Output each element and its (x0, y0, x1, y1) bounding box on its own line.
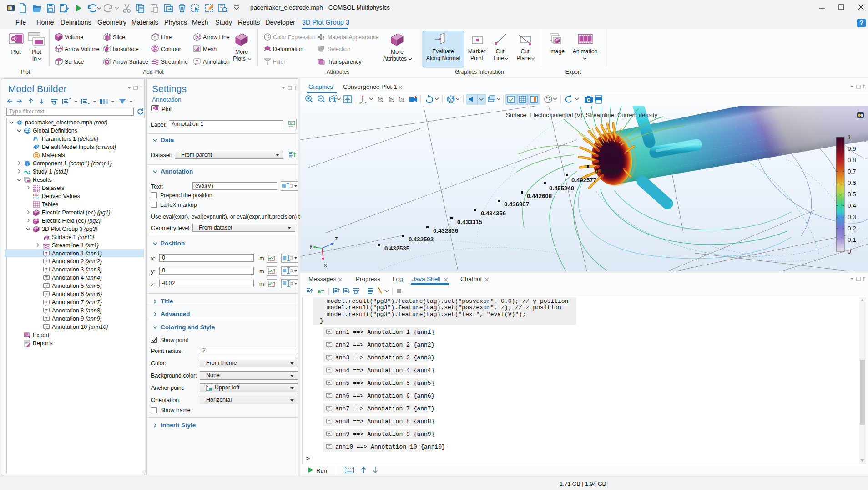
svg-text:Plot: Plot (11, 49, 21, 55)
svg-text:0.9: 0.9 (848, 145, 856, 152)
svg-text:Contour: Contour (161, 46, 181, 52)
svg-text:Point: Point (470, 55, 484, 61)
svg-text:Selection: Selection (328, 46, 351, 52)
svg-text:Plots: Plots (233, 56, 245, 62)
svg-text:Streamline: Streamline (161, 59, 188, 65)
svg-text:0.5: 0.5 (848, 191, 856, 198)
svg-text:0.442608: 0.442608 (527, 193, 552, 199)
svg-text:Deformation: Deformation (273, 46, 303, 52)
svg-text:x: x (324, 261, 327, 268)
svg-text:Material Appearance: Material Appearance (328, 34, 379, 41)
svg-text:Surface: Electric potential (V: Surface: Electric potential (V) Streamli… (506, 112, 658, 118)
svg-text:Cut: Cut (520, 48, 530, 55)
svg-text:1: 1 (848, 134, 851, 141)
svg-text:Line: Line (493, 55, 504, 61)
svg-text:0.455240: 0.455240 (549, 185, 574, 192)
svg-text:Evaluate: Evaluate (432, 48, 454, 55)
svg-text:Transparency: Transparency (328, 59, 362, 65)
svg-text:0.436867: 0.436867 (504, 201, 529, 208)
svg-text:Slice: Slice (113, 34, 125, 41)
svg-text:0.432592: 0.432592 (409, 236, 434, 243)
svg-text:0.432836: 0.432836 (433, 227, 458, 234)
svg-text:yz: yz (390, 97, 394, 101)
svg-text:xz: xz (401, 97, 404, 101)
svg-text:z: z (335, 235, 338, 242)
svg-text:0.492577: 0.492577 (571, 177, 596, 184)
svg-text:In: In (32, 56, 37, 62)
svg-text:Image: Image (549, 48, 565, 55)
svg-text:a=: a= (318, 288, 324, 295)
svg-text:0.4: 0.4 (848, 202, 856, 209)
svg-text:Filter: Filter (273, 59, 285, 65)
svg-text:Marker: Marker (468, 48, 485, 55)
svg-text:Surface: Surface (65, 59, 84, 65)
svg-text:Export: Export (565, 69, 581, 75)
svg-text:0.434356: 0.434356 (481, 210, 506, 217)
svg-text:0.6: 0.6 (848, 179, 856, 186)
svg-text:More: More (391, 49, 404, 55)
svg-text:Arrow Surface: Arrow Surface (113, 59, 148, 65)
svg-text:Cut: Cut (495, 48, 505, 55)
svg-text:Add Plot: Add Plot (143, 69, 164, 75)
svg-text:Plane: Plane (516, 55, 531, 61)
svg-text:y: y (309, 242, 313, 249)
svg-text:Along Normal: Along Normal (426, 55, 460, 61)
svg-text:0.432535: 0.432535 (384, 245, 409, 252)
svg-text:Graphics Interaction: Graphics Interaction (455, 69, 504, 75)
svg-text:Arrow Line: Arrow Line (203, 34, 230, 41)
svg-text:Volume: Volume (65, 34, 83, 41)
svg-text:0.2: 0.2 (848, 225, 856, 232)
svg-text:Animation: Animation (573, 48, 598, 55)
svg-text:More: More (235, 49, 248, 55)
svg-text:Isosurface: Isosurface (113, 46, 139, 52)
svg-text:Plot: Plot (21, 69, 30, 75)
svg-text:Line: Line (161, 34, 172, 41)
svg-text:0.8: 0.8 (848, 157, 856, 163)
svg-text:0.1: 0.1 (848, 236, 856, 243)
svg-text:Color Expression: Color Expression (273, 34, 316, 41)
svg-text:0: 0 (848, 248, 851, 255)
svg-text:Plot: Plot (31, 49, 41, 55)
svg-text:Mesh: Mesh (203, 46, 217, 52)
svg-text:xy: xy (379, 97, 383, 101)
svg-text:0.3: 0.3 (848, 214, 856, 220)
svg-text:Arrow Volume: Arrow Volume (65, 46, 100, 52)
svg-text:Annotation: Annotation (203, 59, 230, 65)
svg-text:0.7: 0.7 (848, 168, 856, 175)
svg-text:Attributes: Attributes (383, 56, 407, 62)
svg-text:0.644517: 0.644517 (595, 168, 620, 174)
svg-text:Attributes: Attributes (327, 69, 350, 75)
svg-text:0.433315: 0.433315 (457, 219, 482, 225)
